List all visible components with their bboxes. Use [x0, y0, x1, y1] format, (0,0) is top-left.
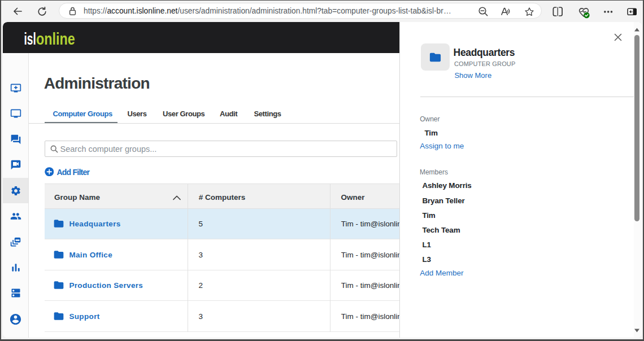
- svg-text:isl: isl: [24, 29, 36, 48]
- svg-text:online: online: [36, 29, 75, 48]
